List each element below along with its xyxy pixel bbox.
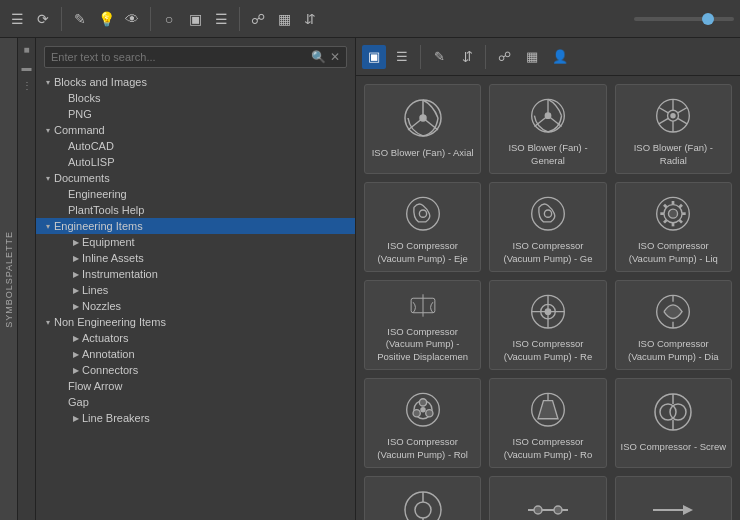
svg-point-56 bbox=[670, 404, 686, 420]
sidebar-icons: ■ ▬ ⋮ bbox=[18, 38, 36, 520]
tree-label-autocad: AutoCAD bbox=[68, 140, 114, 152]
grid-item-compressor-screw[interactable]: ISO Compressor - Screw bbox=[615, 378, 732, 468]
sidebar-icon-3[interactable]: ⋮ bbox=[20, 78, 34, 92]
toolbar-grid-icon[interactable]: ▣ bbox=[184, 8, 206, 30]
tree-item-equipment[interactable]: ▶Equipment bbox=[36, 234, 355, 250]
tree-item-inline-assets[interactable]: ▶Inline Assets bbox=[36, 250, 355, 266]
svg-line-31 bbox=[664, 205, 667, 208]
tree-arrow-documents: ▾ bbox=[42, 172, 54, 184]
tree-item-autolisp[interactable]: AutoLISP bbox=[36, 154, 355, 170]
tree-item-annotation[interactable]: ▶Annotation bbox=[36, 346, 355, 362]
toolbar-pencil-icon[interactable]: ✎ bbox=[69, 8, 91, 30]
tree-item-blocks[interactable]: Blocks bbox=[36, 90, 355, 106]
tree-item-line-breakers[interactable]: ▶Line Breakers bbox=[36, 410, 355, 426]
grid-item-compressor-vp-eje[interactable]: ISO Compressor (Vacuum Pump) - Eje bbox=[364, 182, 481, 272]
grid-item-blower-fan-axial[interactable]: ISO Blower (Fan) - Axial bbox=[364, 84, 481, 174]
tree-arrow-annotation: ▶ bbox=[70, 348, 82, 360]
grid-item-label-compressor-vp-ge: ISO Compressor (Vacuum Pump) - Ge bbox=[494, 240, 601, 265]
tree-arrow-autocad bbox=[56, 140, 68, 152]
toolbar-sep-3 bbox=[239, 7, 240, 31]
tree-item-non-engineering[interactable]: ▾Non Engineering Items bbox=[36, 314, 355, 330]
tree-item-connectors[interactable]: ▶Connectors bbox=[36, 362, 355, 378]
tree-item-engineering-items[interactable]: ▾Engineering Items bbox=[36, 218, 355, 234]
zoom-slider[interactable] bbox=[634, 17, 734, 21]
toolbar-menu-icon[interactable]: ☰ bbox=[6, 8, 28, 30]
toolbar-sep-2 bbox=[150, 7, 151, 31]
grid-item-label-compressor-vp-eje: ISO Compressor (Vacuum Pump) - Eje bbox=[369, 240, 476, 265]
clear-search-icon[interactable]: ✕ bbox=[330, 50, 340, 64]
grid-item-compressor-vp-ge[interactable]: ISO Compressor (Vacuum Pump) - Ge bbox=[489, 182, 606, 272]
grid-item-compressor-vp-liq[interactable]: ISO Compressor (Vacuum Pump) - Liq bbox=[615, 182, 732, 272]
tree-item-planttools[interactable]: PlantTools Help bbox=[36, 202, 355, 218]
tree-item-png[interactable]: PNG bbox=[36, 106, 355, 122]
svg-point-60 bbox=[415, 502, 431, 518]
tree-item-documents[interactable]: ▾Documents bbox=[36, 170, 355, 186]
tree-item-instrumentation[interactable]: ▶Instrumentation bbox=[36, 266, 355, 282]
zoom-slider-thumb bbox=[702, 13, 714, 25]
grid-item-compressor-vp-dia[interactable]: ISO Compressor (Vacuum Pump) - Dia bbox=[615, 280, 732, 370]
main-area: SYMBOLSPALETTE ■ ▬ ⋮ 🔍 ✕ ▾Blocks and Ima… bbox=[0, 38, 740, 520]
svg-point-64 bbox=[534, 506, 542, 514]
tree-item-command[interactable]: ▾Command bbox=[36, 122, 355, 138]
grid-item-blower-fan-radial[interactable]: ISO Blower (Fan) - Radial bbox=[615, 84, 732, 174]
grid-item-item-13[interactable]: ISO Compressor bbox=[364, 476, 481, 520]
toolbar-refresh-icon[interactable]: ⟳ bbox=[32, 8, 54, 30]
ct-list-icon[interactable]: ☰ bbox=[390, 45, 414, 69]
svg-point-49 bbox=[425, 410, 432, 417]
tree-item-nozzles[interactable]: ▶Nozzles bbox=[36, 298, 355, 314]
grid-item-item-15[interactable]: ISO Flow Arrow bbox=[615, 476, 732, 520]
tree-arrow-actuators: ▶ bbox=[70, 332, 82, 344]
grid-item-label-compressor-vp-dia: ISO Compressor (Vacuum Pump) - Dia bbox=[620, 338, 727, 363]
ct-sort-icon[interactable]: ⇵ bbox=[455, 45, 479, 69]
toolbar-eye-icon[interactable]: 👁 bbox=[121, 8, 143, 30]
grid-item-label-compressor-vp-re: ISO Compressor (Vacuum Pump) - Re bbox=[494, 338, 601, 363]
main-toolbar: ☰ ⟳ ✎ 💡 👁 ○ ▣ ☰ ☍ ▦ ⇵ bbox=[0, 0, 740, 38]
tree-arrow-lines: ▶ bbox=[70, 284, 82, 296]
ct-sep-2 bbox=[485, 45, 486, 69]
svg-line-33 bbox=[680, 205, 683, 208]
sidebar-icon-1[interactable]: ■ bbox=[20, 42, 34, 56]
tree-arrow-engineering bbox=[56, 188, 68, 200]
tree-item-blocks-images[interactable]: ▾Blocks and Images bbox=[36, 74, 355, 90]
grid-item-compressor-vp-ro[interactable]: ISO Compressor (Vacuum Pump) - Ro bbox=[489, 378, 606, 468]
toolbar-sep-1 bbox=[61, 7, 62, 31]
tree-item-lines[interactable]: ▶Lines bbox=[36, 282, 355, 298]
tree-item-gap[interactable]: Gap bbox=[36, 394, 355, 410]
grid-item-label-compressor-vp-liq: ISO Compressor (Vacuum Pump) - Liq bbox=[620, 240, 727, 265]
ct-layers-icon[interactable]: ☍ bbox=[492, 45, 516, 69]
sidebar-icon-2[interactable]: ▬ bbox=[20, 60, 34, 74]
toolbar-bulb-icon[interactable]: 💡 bbox=[95, 8, 117, 30]
grid-item-compressor-vp-re[interactable]: ISO Compressor (Vacuum Pump) - Re bbox=[489, 280, 606, 370]
items-grid: ISO Blower (Fan) - AxialISO Blower (Fan)… bbox=[356, 76, 740, 520]
tree-arrow-blocks-images: ▾ bbox=[42, 76, 54, 88]
svg-point-4 bbox=[420, 115, 426, 121]
ct-pencil-icon[interactable]: ✎ bbox=[427, 45, 451, 69]
tree-arrow-planttools bbox=[56, 204, 68, 216]
toolbar-circle-icon[interactable]: ○ bbox=[158, 8, 180, 30]
tree-label-blocks: Blocks bbox=[68, 92, 100, 104]
toolbar-sort-icon[interactable]: ⇵ bbox=[299, 8, 321, 30]
tree-item-autocad[interactable]: AutoCAD bbox=[36, 138, 355, 154]
tree-item-flow-arrow[interactable]: Flow Arrow bbox=[36, 378, 355, 394]
tree-label-non-engineering: Non Engineering Items bbox=[54, 316, 166, 328]
search-bar: 🔍 ✕ bbox=[44, 46, 347, 68]
grid-item-blower-fan-general[interactable]: ISO Blower (Fan) - General bbox=[489, 84, 606, 174]
ct-user-icon[interactable]: 👤 bbox=[548, 45, 572, 69]
search-input[interactable] bbox=[51, 51, 307, 63]
tree-label-engineering-items: Engineering Items bbox=[54, 220, 143, 232]
tree-content: ▾Blocks and ImagesBlocksPNG▾CommandAutoC… bbox=[36, 72, 355, 520]
grid-item-compressor-vp-rol[interactable]: ISO Compressor (Vacuum Pump) - Rol bbox=[364, 378, 481, 468]
toolbar-layers-icon[interactable]: ☍ bbox=[247, 8, 269, 30]
ct-props-icon[interactable]: ▦ bbox=[520, 45, 544, 69]
tree-arrow-engineering-items: ▾ bbox=[42, 220, 54, 232]
grid-item-compressor-vp-pd[interactable]: ISO Compressor (Vacuum Pump) - Positive … bbox=[364, 280, 481, 370]
tree-item-engineering[interactable]: Engineering bbox=[36, 186, 355, 202]
grid-item-item-14[interactable]: ISO Connector bbox=[489, 476, 606, 520]
tree-item-actuators[interactable]: ▶Actuators bbox=[36, 330, 355, 346]
ct-grid-icon[interactable]: ▣ bbox=[362, 45, 386, 69]
toolbar-props-icon[interactable]: ▦ bbox=[273, 8, 295, 30]
toolbar-list-icon[interactable]: ☰ bbox=[210, 8, 232, 30]
search-icon: 🔍 bbox=[311, 50, 326, 64]
tree-arrow-line-breakers: ▶ bbox=[70, 412, 82, 424]
tree-arrow-non-engineering: ▾ bbox=[42, 316, 54, 328]
